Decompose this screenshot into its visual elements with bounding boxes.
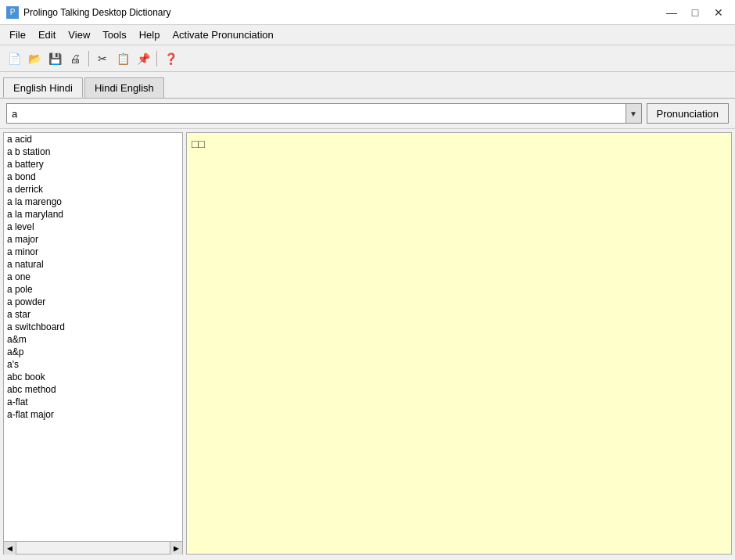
toolbar-btn-help[interactable]: ❓ <box>161 49 180 68</box>
definition-text: □□ <box>192 138 205 150</box>
hscroll-right-button[interactable]: ▶ <box>170 542 182 555</box>
list-item[interactable]: a star <box>4 308 182 321</box>
list-item[interactable]: a pole <box>4 283 182 296</box>
word-list-scroll[interactable]: a acida b stationa batterya bonda derric… <box>4 133 182 541</box>
menu-bar: FileEditViewToolsHelpActivate Pronunciat… <box>0 25 735 45</box>
menu-item-file[interactable]: File <box>3 27 32 42</box>
list-item[interactable]: a natural <box>4 258 182 271</box>
list-item[interactable]: a&m <box>4 333 182 346</box>
maximize-button[interactable]: □ <box>685 4 705 21</box>
list-item[interactable]: abc book <box>4 371 182 383</box>
word-list-hscrollbar: ◀ ▶ <box>4 541 182 554</box>
list-item[interactable]: a&p <box>4 346 182 358</box>
app-icon: P <box>6 6 19 19</box>
search-input[interactable] <box>7 104 626 123</box>
word-list-panel: a acida b stationa batterya bonda derric… <box>3 132 183 555</box>
toolbar-btn-copy[interactable]: 📋 <box>113 49 132 68</box>
window-controls: — □ ✕ <box>662 4 729 21</box>
combo-dropdown-arrow[interactable]: ▼ <box>626 104 641 123</box>
toolbar-btn-open[interactable]: 📂 <box>25 49 44 68</box>
toolbar-btn-paste[interactable]: 📌 <box>134 49 152 68</box>
search-bar: ▼ Pronunciation <box>0 99 735 129</box>
list-item[interactable]: a b station <box>4 145 182 158</box>
search-combo: ▼ <box>6 103 642 124</box>
list-item[interactable]: abc method <box>4 383 182 396</box>
toolbar-btn-cut[interactable]: ✂ <box>93 49 112 68</box>
list-item[interactable]: a's <box>4 358 182 371</box>
menu-item-help[interactable]: Help <box>133 27 167 42</box>
list-item[interactable]: a powder <box>4 296 182 308</box>
list-item[interactable]: a derrick <box>4 183 182 196</box>
list-item[interactable]: a bond <box>4 171 182 183</box>
list-item[interactable]: a-flat <box>4 396 182 408</box>
list-item[interactable]: a minor <box>4 246 182 258</box>
definition-panel: □□ <box>186 132 732 555</box>
toolbar-btn-save[interactable]: 💾 <box>45 49 64 68</box>
toolbar-btn-print[interactable]: 🖨 <box>66 49 84 68</box>
toolbar-separator <box>88 51 89 66</box>
list-item[interactable]: a acid <box>4 133 182 145</box>
list-item[interactable]: a level <box>4 221 182 233</box>
menu-item-tools[interactable]: Tools <box>96 27 132 42</box>
list-item[interactable]: a switchboard <box>4 321 182 333</box>
tab-english-hindi[interactable]: English Hindi <box>3 77 83 98</box>
list-item[interactable]: a major <box>4 233 182 246</box>
hscroll-left-button[interactable]: ◀ <box>4 542 16 555</box>
list-item[interactable]: a la marengo <box>4 196 182 208</box>
tab-hindi-english[interactable]: Hindi English <box>84 77 164 98</box>
menu-item-activate[interactable]: Activate Pronunciation <box>166 27 279 42</box>
toolbar-btn-new[interactable]: 📄 <box>5 49 23 68</box>
menu-item-view[interactable]: View <box>62 27 96 42</box>
list-item[interactable]: a-flat major <box>4 408 182 421</box>
main-content: a acida b stationa batterya bonda derric… <box>0 129 735 558</box>
toolbar-separator-2 <box>156 51 157 66</box>
title-bar: P Prolingo Talking Desktop Dictionary — … <box>0 0 735 25</box>
list-item[interactable]: a la maryland <box>4 208 182 221</box>
close-button[interactable]: ✕ <box>708 4 729 21</box>
list-item[interactable]: a one <box>4 271 182 283</box>
hscroll-track <box>16 542 170 554</box>
toolbar: 📄📂💾🖨✂📋📌❓ <box>0 45 735 72</box>
list-item[interactable]: a battery <box>4 158 182 171</box>
menu-item-edit[interactable]: Edit <box>32 27 62 42</box>
minimize-button[interactable]: — <box>662 4 682 21</box>
tabs-container: English HindiHindi English <box>0 72 735 99</box>
pronunciation-button[interactable]: Pronunciation <box>647 103 730 124</box>
window-title: Prolingo Talking Desktop Dictionary <box>23 7 662 18</box>
